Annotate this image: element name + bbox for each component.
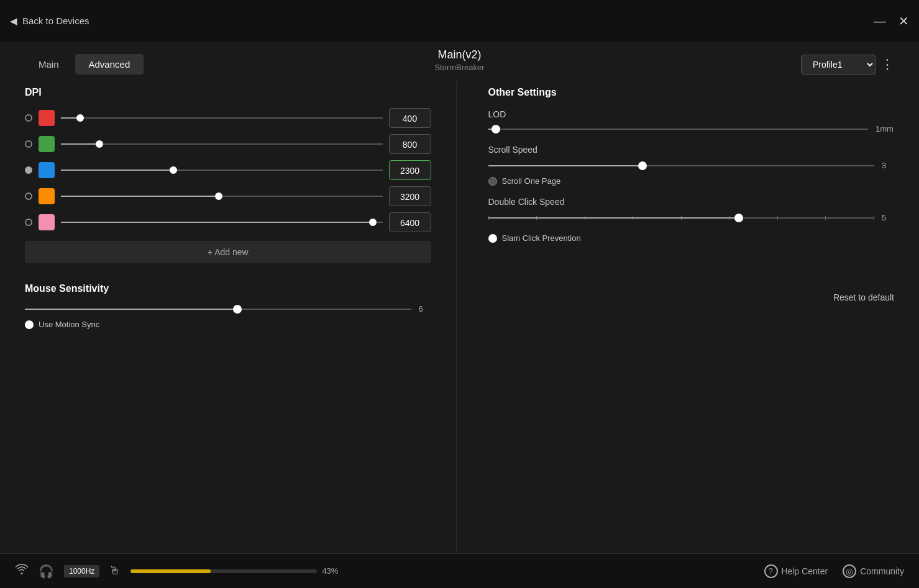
dpi-title: DPI xyxy=(25,87,431,98)
dpi-color-5[interactable] xyxy=(39,214,55,230)
double-click-slider[interactable] xyxy=(488,217,875,219)
tab-advanced[interactable]: Advanced xyxy=(75,54,144,75)
dpi-value-1[interactable]: 400 xyxy=(389,108,431,128)
profile-more-button[interactable]: ⋮ xyxy=(880,58,894,71)
statusbar-links: ? Help Center ◎ Community xyxy=(764,564,905,578)
help-center-label: Help Center xyxy=(782,566,828,576)
lod-value: 1mm xyxy=(876,124,894,133)
hz-badge: 1000Hz xyxy=(64,565,99,577)
slam-click-label: Slam Click Prevention xyxy=(502,233,581,243)
community-label: Community xyxy=(860,566,904,576)
dpi-color-2[interactable] xyxy=(39,136,55,152)
reset-to-default-button[interactable]: Reset to default xyxy=(833,292,894,302)
sensitivity-title: Mouse Sensitivity xyxy=(25,283,431,294)
sensitivity-slider-row: 6 xyxy=(25,304,431,314)
app-title: Main(v2) xyxy=(434,48,484,61)
device-name-header: Main(v2) StormBreaker xyxy=(434,48,484,72)
right-panel: Other Settings LOD 1mm Scroll Speed 3 xyxy=(457,81,895,552)
dpi-color-1[interactable] xyxy=(39,110,55,126)
scroll-one-page-toggle-row: Scroll One Page xyxy=(488,176,895,186)
minimize-button[interactable]: — xyxy=(874,15,886,27)
other-settings-title: Other Settings xyxy=(488,87,895,98)
lod-slider-row: 1mm xyxy=(488,124,895,133)
community-icon: ◎ xyxy=(843,564,856,578)
left-panel: DPI 400 800 xyxy=(25,81,457,552)
dpi-section: DPI 400 800 xyxy=(25,87,431,263)
motion-sync-toggle-row: Use Motion Sync xyxy=(25,320,431,329)
mouse-icon: 🖱 xyxy=(109,564,121,577)
sensitivity-section: Mouse Sensitivity 6 Use Motion Sync xyxy=(25,283,431,329)
window-controls: — ✕ xyxy=(874,15,909,27)
battery-fill xyxy=(130,569,211,573)
tab-main[interactable]: Main xyxy=(25,54,73,75)
scroll-speed-slider[interactable] xyxy=(488,165,875,166)
dpi-radio-3[interactable] xyxy=(25,166,32,174)
dpi-slider-3[interactable] xyxy=(61,170,383,171)
sensitivity-slider[interactable] xyxy=(25,309,411,310)
double-click-value: 5 xyxy=(882,213,894,222)
back-label: Back to Devices xyxy=(22,16,89,26)
dpi-slider-5[interactable] xyxy=(61,222,383,223)
double-click-slider-row: 5 xyxy=(488,213,895,222)
slam-click-toggle-row: Slam Click Prevention xyxy=(488,233,895,243)
dpi-color-4[interactable] xyxy=(39,188,55,204)
back-to-devices-button[interactable]: ◀ Back to Devices xyxy=(10,16,89,27)
dpi-row-3: 2300 xyxy=(25,160,431,180)
battery-bar xyxy=(130,569,317,573)
slam-click-toggle[interactable] xyxy=(488,234,497,243)
close-button[interactable]: ✕ xyxy=(898,15,909,27)
dpi-color-3[interactable] xyxy=(39,162,55,178)
dpi-row-2: 800 xyxy=(25,134,431,154)
add-new-dpi-button[interactable]: + Add new xyxy=(25,241,431,263)
community-link[interactable]: ◎ Community xyxy=(843,564,904,578)
scroll-one-page-toggle[interactable] xyxy=(488,177,497,186)
dpi-value-2[interactable]: 800 xyxy=(389,134,431,154)
dpi-radio-4[interactable] xyxy=(25,192,32,200)
add-new-label: + Add new xyxy=(208,247,249,257)
profile-area: Profile1 Profile2 Profile3 ⋮ xyxy=(801,55,894,75)
motion-sync-toggle[interactable] xyxy=(25,320,34,329)
dpi-row-1: 400 xyxy=(25,108,431,128)
other-settings-section: Other Settings LOD 1mm Scroll Speed 3 xyxy=(488,87,895,243)
title-bar: ◀ Back to Devices — ✕ xyxy=(0,0,919,42)
scroll-speed-value: 3 xyxy=(882,161,894,170)
status-bar: 🎧 1000Hz 🖱 43% ? Help Center ◎ Community xyxy=(0,553,919,588)
dpi-radio-1[interactable] xyxy=(25,114,32,122)
content-area: DPI 400 800 xyxy=(0,75,919,552)
sensitivity-value: 6 xyxy=(419,304,431,314)
dpi-value-3[interactable]: 2300 xyxy=(389,160,431,180)
wifi-icon xyxy=(15,564,29,578)
dpi-slider-1[interactable] xyxy=(61,117,383,119)
lod-label: LOD xyxy=(488,109,895,119)
headset-icon: 🎧 xyxy=(39,564,54,579)
dpi-radio-2[interactable] xyxy=(25,140,32,148)
back-arrow-icon: ◀ xyxy=(10,16,17,27)
battery-percent: 43% xyxy=(322,566,338,576)
lod-slider[interactable] xyxy=(488,129,869,130)
device-subtitle: StormBreaker xyxy=(434,63,484,72)
double-click-speed-label: Double Click Speed xyxy=(488,197,895,207)
scroll-speed-label: Scroll Speed xyxy=(488,145,895,155)
battery-container: 43% xyxy=(130,566,754,576)
dpi-value-4[interactable]: 3200 xyxy=(389,186,431,206)
dpi-slider-4[interactable] xyxy=(61,196,383,197)
dpi-slider-2[interactable] xyxy=(61,143,383,145)
motion-sync-label: Use Motion Sync xyxy=(39,320,99,329)
dpi-radio-5[interactable] xyxy=(25,219,32,226)
scroll-speed-slider-row: 3 xyxy=(488,161,895,170)
scroll-one-page-label: Scroll One Page xyxy=(502,176,561,186)
dpi-value-5[interactable]: 6400 xyxy=(389,212,431,232)
help-center-link[interactable]: ? Help Center xyxy=(764,564,828,578)
tab-group: Main Advanced xyxy=(25,54,144,75)
help-center-icon: ? xyxy=(764,564,778,578)
dpi-row-5: 6400 xyxy=(25,212,431,232)
profile-dropdown[interactable]: Profile1 Profile2 Profile3 xyxy=(801,55,876,75)
dpi-row-4: 3200 xyxy=(25,186,431,206)
